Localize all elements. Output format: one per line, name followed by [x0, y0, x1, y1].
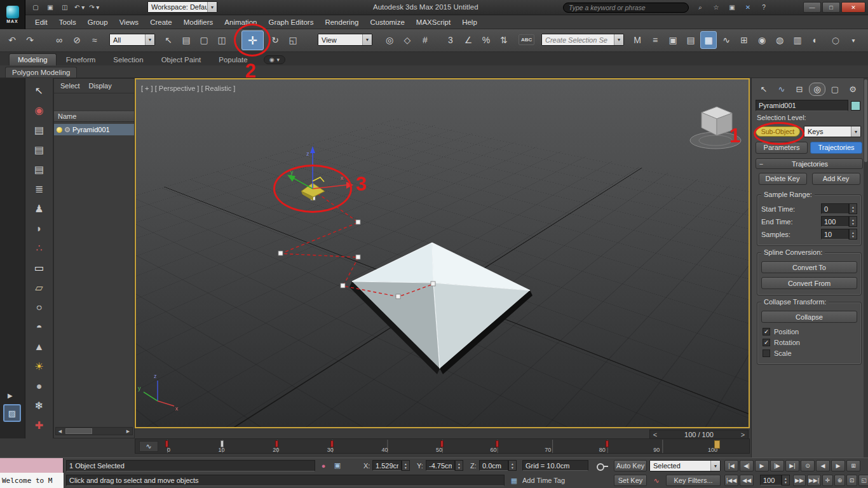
object-name-field[interactable] — [756, 100, 848, 111]
save-file-icon[interactable]: ◫ — [58, 2, 71, 13]
select-and-manipulate-icon[interactable]: ◇ — [399, 31, 416, 49]
maximize-viewport-toggle-button[interactable]: ◱ — [858, 475, 868, 486]
previous-frame-arrow[interactable]: < — [650, 431, 660, 438]
timeline-scale[interactable]: 0102030405060708090100 — [167, 440, 717, 453]
time-tag-icon[interactable]: ▦ — [508, 475, 520, 486]
angle-snap-icon[interactable]: ∠ — [460, 31, 477, 49]
autodesk-exchange-icon[interactable]: ✕ — [742, 2, 754, 13]
checkbox-icon[interactable] — [763, 328, 770, 336]
menu-graph-editors[interactable]: Graph Editors — [262, 15, 319, 29]
convert-from-button[interactable]: Convert From — [761, 277, 857, 289]
chevron-down-icon[interactable]: ▾ — [362, 34, 372, 45]
favorites-star-icon[interactable]: ☆ — [710, 2, 722, 13]
pyramid-object[interactable] — [349, 243, 532, 374]
render-production-icon[interactable]: ◐ — [807, 31, 824, 49]
timeline-key-frame-10[interactable] — [220, 440, 224, 447]
scroll-left-icon[interactable]: ◀ — [56, 429, 64, 434]
scene-list-icon[interactable]: ▤ — [28, 120, 51, 140]
timeline-key-frame-60[interactable] — [496, 440, 499, 447]
curve-editor-icon[interactable]: ∿ — [718, 31, 735, 49]
open-file-icon[interactable]: ▣ — [44, 2, 57, 13]
play-animation-button[interactable]: ▶ — [755, 460, 769, 471]
set-key-mode-icon[interactable] — [596, 461, 609, 471]
plane-icon[interactable]: ▭ — [28, 258, 51, 278]
menu-tools[interactable]: Tools — [53, 15, 82, 29]
chevron-down-icon[interactable]: ▾ — [145, 34, 154, 45]
teapot-icon[interactable]: ◓ — [28, 317, 51, 337]
selection-filter-dropdown[interactable]: All ▾ — [109, 34, 155, 46]
menu-views[interactable]: Views — [114, 15, 144, 29]
explorer-tab-select[interactable]: Select — [60, 82, 80, 90]
ribbon-toggle-icon[interactable]: ▦ — [700, 31, 717, 49]
display-tab-icon[interactable]: ▢ — [827, 83, 843, 96]
workspace-dropdown[interactable]: Workspace: Default ▾ — [147, 1, 217, 13]
trajectories-rollout-header[interactable]: − Trajectories — [756, 158, 863, 169]
timeline-key-frame-100[interactable] — [714, 440, 720, 449]
go-to-end-button[interactable]: ▶| — [785, 460, 799, 471]
hemisphere-icon[interactable]: ◗ — [28, 219, 51, 238]
visibility-bulb-icon[interactable] — [57, 127, 62, 133]
schematic-view-icon[interactable]: ⊞ — [736, 31, 752, 49]
timeline-key-frame-50[interactable] — [440, 440, 444, 447]
use-pivot-point-icon[interactable]: ◎ — [381, 31, 398, 49]
maximize-button[interactable]: □ — [822, 2, 840, 13]
menu-rendering[interactable]: Rendering — [319, 15, 364, 29]
tab-object-paint[interactable]: Object Paint — [153, 54, 210, 65]
explorer-name-header[interactable]: Name — [54, 111, 134, 122]
select-by-name-icon[interactable]: ▤ — [178, 31, 194, 49]
named-selection-dropdown[interactable]: Create Selection Se ▾ — [541, 34, 624, 46]
samples-spinner[interactable]: ▴▾ — [849, 229, 857, 240]
sub-object-level-dropdown[interactable]: Keys ▾ — [804, 126, 861, 137]
timeline-key-frame-0[interactable] — [165, 440, 168, 447]
object-color-swatch[interactable] — [851, 101, 860, 111]
app-menu-button[interactable]: MAX — [0, 0, 25, 29]
previous-frame-button[interactable]: ◀| — [740, 460, 754, 471]
circle-icon[interactable]: ○ — [28, 297, 51, 317]
checkbox-icon[interactable] — [763, 339, 770, 346]
material-editor-icon[interactable]: ◉ — [754, 31, 770, 49]
undo-icon[interactable]: ↶ — [4, 31, 20, 49]
tab-polygon-modeling[interactable]: Polygon Modeling — [5, 67, 77, 78]
scrollbar-thumb[interactable] — [65, 428, 92, 434]
menu-help[interactable]: Help — [456, 15, 483, 29]
set-key-button[interactable]: Set Key — [614, 475, 647, 486]
align-icon[interactable]: ≡ — [647, 31, 663, 49]
render-setup-icon[interactable]: ◍ — [771, 31, 788, 49]
cross-icon[interactable]: ✚ — [28, 416, 51, 435]
z-coordinate-field[interactable] — [479, 460, 508, 471]
snowflake-icon[interactable]: ❄ — [28, 396, 51, 416]
mirror-icon[interactable]: M — [629, 31, 646, 49]
y-coordinate-field[interactable] — [426, 460, 455, 471]
unlink-selection-icon[interactable]: ⊘ — [69, 31, 85, 49]
next-key-button[interactable]: ▶ — [831, 460, 845, 471]
minimize-button[interactable]: — — [803, 2, 821, 13]
explorer-horizontal-scrollbar[interactable]: ◀ ▶ — [55, 427, 133, 435]
go-to-timeline-start-button[interactable]: |◀◀ — [724, 475, 738, 486]
default-tangent-curve-icon[interactable]: ∿ — [651, 475, 662, 486]
z-spinner[interactable]: ▴▾ — [508, 460, 517, 471]
go-to-timeline-end-button[interactable]: ▶▶| — [807, 475, 821, 486]
track-bar[interactable]: ∿ 0102030405060708090100 — [135, 438, 750, 454]
current-frame-field[interactable] — [760, 475, 782, 485]
rotation-checkbox[interactable]: Rotation — [763, 339, 856, 346]
add-time-tag-label[interactable]: Add Time Tag — [522, 477, 565, 484]
edit-named-selections-icon[interactable]: ABC — [519, 34, 534, 45]
checkbox-icon[interactable] — [763, 349, 770, 357]
frame-spinner[interactable]: ▴▾ — [782, 475, 790, 485]
create-tab-icon[interactable]: ↖ — [756, 83, 772, 96]
perspective-viewport[interactable]: z x y z x y [ + ] [ Perspectiv — [135, 78, 750, 428]
zoom-region-button[interactable]: ⊡ — [846, 475, 857, 486]
render-flyout-icon[interactable]: ▾ — [845, 31, 862, 49]
menu-modifiers[interactable]: Modifiers — [178, 15, 219, 29]
key-filter-selection-dropdown[interactable]: Selected ▾ — [649, 460, 721, 471]
y-spinner[interactable]: ▴▾ — [455, 460, 463, 471]
motion-tab-icon[interactable]: ◎ — [809, 83, 825, 96]
command-panel-scrollbar[interactable] — [864, 78, 868, 458]
redo-dropdown-icon[interactable]: ↷ ▾ — [88, 2, 100, 13]
key-mode-toggle-button[interactable]: ⊙ — [801, 460, 815, 471]
convert-to-button[interactable]: Convert To — [761, 261, 857, 273]
previous-key-button[interactable]: ◀ — [816, 460, 830, 471]
open-mini-curve-editor-button[interactable]: ∿ — [139, 441, 158, 452]
scene-explorer-icon[interactable]: ▤ — [682, 31, 699, 49]
select-cursor-icon[interactable]: ↖ — [28, 81, 51, 100]
